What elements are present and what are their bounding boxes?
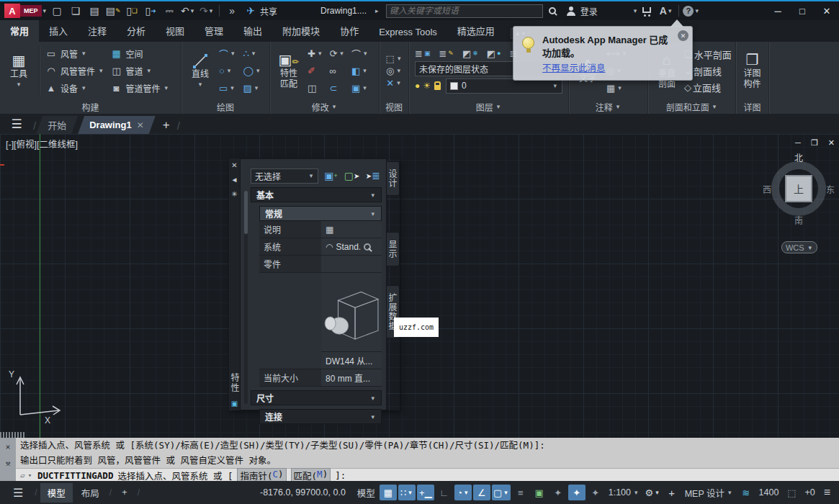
palette-tab-display[interactable]: 显示 <box>387 232 400 266</box>
app-store-cart-icon[interactable] <box>638 3 657 19</box>
ribbon-tab-output[interactable]: 输出 <box>233 19 272 42</box>
share-button[interactable]: 共享 <box>260 5 277 17</box>
annotation-scale-dropdown[interactable]: 1:100▾ <box>606 487 642 498</box>
property-row-size[interactable]: 当前大小 80 mm 直... <box>259 369 382 387</box>
ribbon-tab-express-tools[interactable]: Express Tools <box>369 22 447 42</box>
compass-west[interactable]: 西 <box>763 183 771 195</box>
file-tab-menu-icon[interactable]: ☰ <box>0 114 33 134</box>
detail-component-button[interactable]: ❐ 详图 构件 <box>737 50 768 91</box>
lineweight-icon[interactable]: ≡ <box>512 485 529 500</box>
erase-button[interactable]: ✐ <box>308 66 323 76</box>
command-close-icon[interactable]: ✕ <box>6 442 11 451</box>
selection-dropdown[interactable]: 无选择 ▾ <box>251 168 318 184</box>
section-basic[interactable]: 基本▾ <box>251 187 382 202</box>
annotation-monitor-icon[interactable]: + <box>663 485 681 500</box>
property-row-system[interactable]: 系统 ◠ Stand. <box>259 238 382 256</box>
fillet-button[interactable]: ⌒▾ <box>351 47 369 60</box>
layer-isolate-icon[interactable]: ◩❄ <box>462 48 478 59</box>
ribbon-tab-analyze[interactable]: 分析 <box>117 19 156 42</box>
layer-thaw-sun-icon[interactable]: ☀ <box>423 81 431 91</box>
view-cube-top-face[interactable]: 上 <box>785 175 812 202</box>
title-caret-icon[interactable]: ▸ <box>375 7 379 14</box>
copy-button[interactable]: ▣▾ <box>351 83 369 94</box>
annotation-autoscale-icon[interactable]: ✦ <box>568 485 585 500</box>
table-button[interactable]: ▦▾ <box>606 83 627 94</box>
ribbon-tab-view[interactable]: 视图 <box>156 19 194 42</box>
notification-close-icon[interactable]: ✕ <box>678 30 688 41</box>
mirror-button[interactable]: ◧▾ <box>351 66 369 76</box>
layer-unlock-icon[interactable] <box>434 85 441 90</box>
grid-icon[interactable]: ▦ <box>380 485 397 500</box>
open-file-icon[interactable]: ❏ <box>66 3 85 19</box>
file-tab-drawing1[interactable]: Drawing1 ✕ <box>78 116 156 134</box>
recent-commands-icon[interactable]: ▱▾ <box>20 471 33 480</box>
layer-properties-icon[interactable]: ≣▣ <box>415 48 430 59</box>
property-row-part[interactable]: 零件 <box>259 256 382 273</box>
palette-display-icon[interactable]: ▣ <box>231 400 238 408</box>
annotation-all-icon[interactable]: ✦ <box>587 485 604 500</box>
ribbon-tab-featured-apps[interactable]: 精选应用 <box>447 19 505 42</box>
viewport-restore-icon[interactable]: ❐ <box>811 138 818 148</box>
layout-tab[interactable]: 布局 <box>74 483 107 503</box>
system-browse-icon[interactable] <box>364 243 371 251</box>
app-logo[interactable]: A MEP ▾ <box>4 4 48 18</box>
pipe-fitting-button[interactable]: ◙管道管件▾ <box>110 79 170 96</box>
annotation-visibility-icon[interactable]: ✦ <box>549 485 567 500</box>
autocad-logo-icon[interactable]: A <box>4 4 20 18</box>
viewport-minimize-icon[interactable]: ─ <box>795 138 801 148</box>
notification-dismiss-link[interactable]: 不再显示此消息 <box>542 60 606 74</box>
save-icon[interactable]: ▤ <box>85 3 104 19</box>
section-dimensions[interactable]: 尺寸▾ <box>251 390 382 405</box>
app-menu-caret-icon[interactable]: ▾ <box>43 7 47 14</box>
compass-north[interactable]: 北 <box>794 151 803 163</box>
palette-scrollbar[interactable] <box>244 191 248 404</box>
hatch-button[interactable]: ▨▾ <box>243 83 261 94</box>
line-button[interactable]: 直线 ▾ <box>185 52 215 89</box>
wcs-dropdown[interactable]: WCS▾ <box>781 241 817 253</box>
workspace-dropdown[interactable]: MEP 设计▾ <box>682 486 736 500</box>
minimize-button[interactable]: ─ <box>766 2 790 19</box>
named-view-button[interactable]: ◎▾ <box>386 66 402 76</box>
object-snap-icon[interactable]: ▢▾ <box>492 485 511 500</box>
match-properties-button[interactable]: ▣✏ 特性 匹配 <box>274 50 304 91</box>
file-tab-start[interactable]: 开始 <box>36 116 78 134</box>
select-objects-icon[interactable]: ▢➤ <box>344 168 361 184</box>
file-tab-close-icon[interactable]: ✕ <box>137 120 144 130</box>
elevation-line-button[interactable]: ◇立面线 <box>684 81 732 94</box>
explode-button[interactable]: ◫ <box>308 83 323 94</box>
ribbon-tab-manage[interactable]: 管理 <box>194 19 233 42</box>
model-space-button[interactable]: 模型 <box>354 486 378 500</box>
elevation-offset-icon[interactable]: ⬚ <box>783 485 800 500</box>
autodesk-a-icon[interactable]: A▾ <box>657 3 676 19</box>
move-button[interactable]: ✚▾ <box>308 48 323 59</box>
offset-button[interactable]: ∞ <box>329 66 344 76</box>
save-to-mobile-icon[interactable]: ▯➜ <box>141 3 160 19</box>
undo-icon[interactable]: ↶▾ <box>179 3 197 19</box>
palette-tab-design[interactable]: 设计 <box>387 161 400 196</box>
signin-avatar-icon[interactable] <box>562 3 580 19</box>
ribbon-tab-home[interactable]: 常用 <box>0 19 39 42</box>
rotate-button[interactable]: ⟳▾ <box>329 48 344 59</box>
description-table-icon[interactable]: ▦ <box>326 225 333 235</box>
ribbon-tab-collaborate[interactable]: 协作 <box>330 19 369 42</box>
duct-fitting-button[interactable]: ◠风管管件▾ <box>45 62 104 79</box>
selection-cycling-icon[interactable]: ▣ <box>531 485 548 500</box>
section-general[interactable]: 常规▾ <box>259 206 382 221</box>
palette-settings-icon[interactable]: ✳ <box>231 190 237 198</box>
duct-button[interactable]: ▭风管▾ <box>45 45 104 62</box>
share-plane-icon[interactable]: ✈ <box>241 3 260 19</box>
visual-style-button[interactable]: ⬚▾ <box>386 53 403 64</box>
quick-select-icon[interactable]: ▣+ <box>322 168 339 184</box>
command-input-row[interactable]: ▱▾ DUCTFITTINGADD 选择插入点、风管系统 或 [ 指南针(C) … <box>16 468 839 482</box>
ribbon-tab-insert[interactable]: 插入 <box>39 19 78 42</box>
trim-button[interactable]: ⊂ <box>329 83 344 94</box>
layer-state-icon[interactable]: ≣✎ <box>439 48 453 59</box>
redo-icon[interactable]: ↷▾ <box>197 3 216 19</box>
open-from-mobile-icon[interactable]: ▯❏ <box>122 3 141 19</box>
new-drawing-tab-button[interactable]: + <box>163 118 170 132</box>
isodraft-icon[interactable]: ∠ <box>473 485 490 500</box>
plot-icon[interactable]: ⎓ <box>160 3 179 19</box>
compass-east[interactable]: 东 <box>826 183 835 195</box>
pickadd-toggle-icon[interactable]: ➤≣ <box>364 168 382 184</box>
zoom-extents-button[interactable]: ✕▾ <box>386 78 401 89</box>
